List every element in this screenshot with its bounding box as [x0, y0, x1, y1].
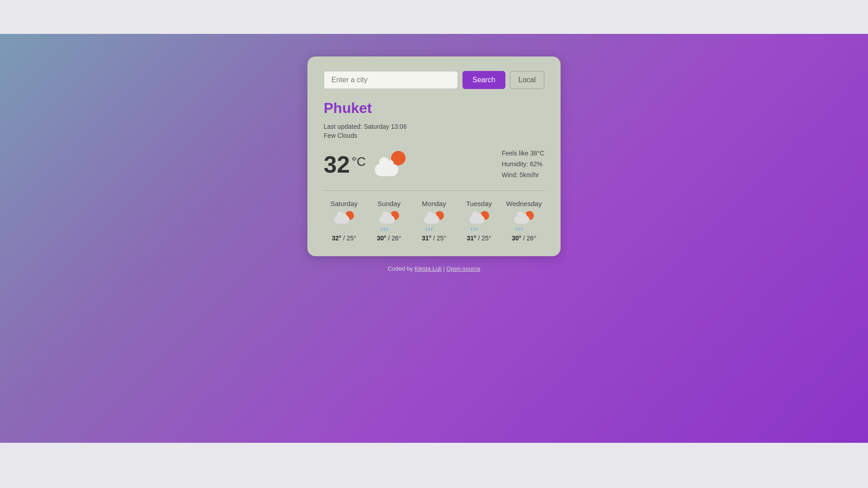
forecast-icon-1 [379, 211, 399, 231]
temperature-unit: °C [352, 155, 366, 169]
rain-icon [426, 228, 432, 231]
feels-like: Feels like 38°C [502, 148, 544, 159]
forecast-temp-3: 31° / 25° [467, 235, 491, 242]
rain-icon [471, 228, 477, 231]
forecast-day-label-3: Tuesday [466, 200, 492, 207]
footer-text: Coded by [387, 265, 414, 272]
last-updated: Last updated: Saturday 13:06 [324, 123, 544, 130]
city-name: Phuket [324, 100, 544, 117]
footer: Coded by Klesta Luli | Open-source [387, 265, 480, 272]
forecast-row: Saturday 32° / 25° Sunday [324, 200, 544, 242]
forecast-day-tuesday: Tuesday 31° / 25° [459, 200, 500, 242]
search-row: Search Local [324, 71, 544, 89]
forecast-temp-2: 31° / 25° [422, 235, 446, 242]
local-button[interactable]: Local [510, 71, 544, 89]
condition-text: Few Clouds [324, 132, 544, 139]
current-weather-icon [375, 151, 406, 178]
forecast-day-label-2: Monday [422, 200, 446, 207]
current-weather-row: 32 °C Feels like 38°C Humidity: 62% Wind… [324, 148, 544, 180]
forecast-day-label-4: Wednesday [506, 200, 542, 207]
forecast-temp-1: 30° / 26° [377, 235, 401, 242]
cloud-icon [375, 164, 398, 176]
cloud-icon [424, 216, 439, 224]
footer-separator: | [442, 265, 447, 272]
forecast-temp-4: 30° / 26° [512, 235, 536, 242]
forecast-icon-2 [424, 211, 444, 231]
weather-details: Feels like 38°C Humidity: 62% Wind: 5km/… [502, 148, 544, 180]
rain-icon [381, 228, 387, 231]
forecast-temp-0: 32° / 25° [332, 235, 356, 242]
forecast-day-wednesday: Wednesday 30° / 26° [504, 200, 544, 242]
search-input[interactable] [324, 71, 458, 89]
temperature-value: 32 [324, 151, 350, 178]
forecast-day-saturday: Saturday 32° / 25° [324, 200, 364, 242]
search-button[interactable]: Search [462, 71, 505, 89]
top-bar [0, 0, 868, 34]
cloud-icon [334, 216, 349, 224]
forecast-icon-4 [514, 211, 534, 231]
wind: Wind: 5km/hr [502, 170, 544, 181]
footer-author-link[interactable]: Klesta Luli [415, 265, 442, 272]
temperature-display: 32 °C [324, 151, 366, 178]
forecast-day-monday: Monday 31° / 25° [414, 200, 454, 242]
forecast-icon-3 [469, 211, 489, 231]
cloud-icon [514, 216, 529, 224]
cloud-icon [379, 216, 395, 224]
cloud-icon [469, 216, 485, 224]
footer-opensource-link[interactable]: Open-source [446, 265, 480, 272]
bottom-bar [0, 443, 868, 488]
forecast-day-label-1: Sunday [377, 200, 401, 207]
rain-icon [516, 228, 522, 231]
main-area: Search Local Phuket Last updated: Saturd… [0, 34, 868, 443]
divider [324, 190, 544, 191]
weather-card: Search Local Phuket Last updated: Saturd… [307, 56, 561, 256]
humidity: Humidity: 62% [502, 159, 544, 170]
forecast-day-label-0: Saturday [330, 200, 358, 207]
forecast-icon-0 [334, 211, 354, 231]
forecast-day-sunday: Sunday 30° / 26° [369, 200, 410, 242]
